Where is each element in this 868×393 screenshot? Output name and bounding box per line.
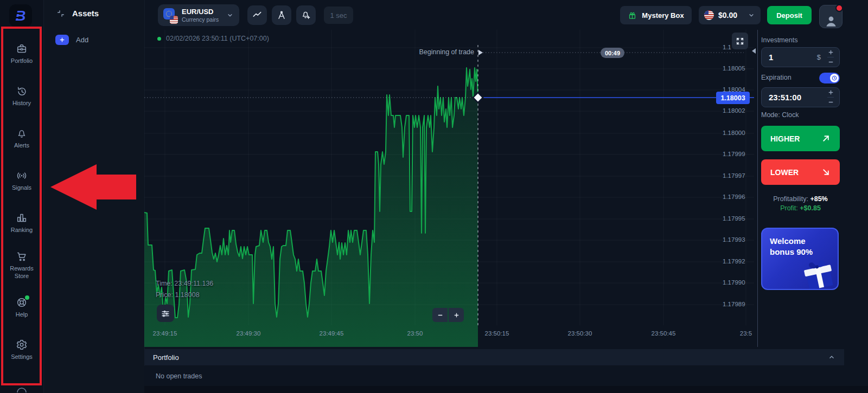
sidebar-item-alerts[interactable]: Alerts: [0, 117, 43, 159]
sidebar-item-label: Alerts: [5, 142, 39, 150]
expiration-increase-button[interactable]: [828, 89, 834, 95]
portfolio-title: Portfolio: [153, 353, 179, 362]
time-axis-label: 23:50:30: [563, 330, 597, 337]
time-axis-label: 23:49:45: [314, 330, 349, 337]
assets-panel-title: Assets: [72, 9, 99, 18]
online-badge: [25, 295, 29, 300]
time-axis-label: 23:50:45: [646, 330, 681, 337]
sidebar-item-label: Ranking: [5, 227, 39, 234]
pair-subtitle: Currency pairs: [182, 16, 219, 23]
sidebar-item-signals[interactable]: Signals: [0, 159, 43, 202]
add-asset-row[interactable]: Add: [55, 35, 144, 45]
add-alert-button[interactable]: [296, 5, 316, 25]
bottom-edge: [144, 386, 868, 393]
sidebar-item-rewards-store[interactable]: Rewards Store: [0, 244, 43, 286]
tooltip-time: Time: 23:49:11.136: [156, 278, 213, 289]
app-logo-letter: B: [16, 8, 26, 24]
sidebar-item-label: Settings: [5, 353, 39, 361]
sidebar-nav: PortfolioHistoryAlertsSignalsRankingRewa…: [0, 33, 43, 371]
price-chart[interactable]: 02/02/2026 23:50:11 (UTC+07:00) Beginnin…: [144, 30, 754, 347]
price-axis-label: 1.17995: [723, 215, 753, 222]
chevron-up-icon[interactable]: [828, 353, 835, 361]
sidebar-item-ranking[interactable]: Ranking: [0, 202, 43, 244]
balance-value: $0.00: [718, 11, 737, 20]
chart-settings-button[interactable]: [157, 305, 174, 322]
bell-icon: [16, 127, 28, 139]
expiration-label: Expiration: [761, 74, 792, 81]
deposit-button[interactable]: Deposit: [767, 6, 812, 24]
portfolio-bar[interactable]: Portfolio: [144, 349, 844, 365]
add-asset-button[interactable]: [55, 35, 69, 45]
welcome-bonus-banner[interactable]: Welcome bonus 90%: [761, 228, 839, 290]
higher-button[interactable]: HIGHER: [761, 126, 840, 151]
price-axis-label: 1.18005: [723, 65, 753, 72]
chart-canvas[interactable]: [144, 30, 754, 347]
us-flag-icon: [170, 16, 178, 24]
chart-type-button[interactable]: [247, 5, 267, 25]
briefcase-icon: [16, 43, 28, 55]
sidebar-partial-icon: [16, 385, 28, 393]
investment-increase-button[interactable]: [828, 49, 834, 55]
price-axis-label: 1.17997: [723, 172, 753, 179]
price-axis-label: 1.17989: [723, 301, 753, 307]
investment-value: 1: [769, 53, 773, 62]
chart-datetime: 02/02/2026 23:50:11 (UTC+07:00): [157, 35, 269, 42]
mystery-box-button[interactable]: Mystery Box: [620, 6, 692, 24]
sidebar-item-label: Signals: [5, 184, 39, 192]
usd-flag-icon: [704, 10, 714, 20]
current-price-tag: 1.18003: [716, 92, 750, 104]
expiration-decrease-button[interactable]: [828, 99, 834, 105]
time-axis-label: 23:50:15: [480, 330, 514, 337]
sidebar-item-history[interactable]: History: [0, 75, 43, 117]
gift-illustration: [797, 255, 837, 289]
time-axis-label: 23:49:15: [148, 330, 182, 337]
panel-collapse-arrow[interactable]: [751, 48, 757, 54]
sidebar-item-label: History: [5, 100, 39, 107]
sidebar: B PortfolioHistoryAlertsSignalsRankingRe…: [0, 0, 44, 393]
timeframe-button[interactable]: 1 sec: [324, 7, 353, 24]
fullscreen-button[interactable]: [732, 33, 748, 49]
person-icon: [824, 14, 839, 28]
currency-pair-select[interactable]: EUR/USD Currency pairs: [158, 4, 239, 26]
price-axis-label: 1.17999: [723, 151, 753, 157]
arrow-down-right-icon: [821, 167, 831, 177]
panel-divider: [757, 30, 758, 347]
lower-button[interactable]: LOWER: [761, 159, 840, 185]
crosshair-tooltip: Time: 23:49:11.136 Price: 1.18008: [156, 278, 213, 300]
plus-icon: [454, 312, 459, 318]
higher-label: HIGHER: [770, 134, 800, 143]
mode-label: Mode: Clock: [761, 111, 799, 119]
sidebar-item-help[interactable]: Help: [0, 286, 43, 328]
line-chart-icon: [252, 10, 263, 21]
toggle-clock-icon: [830, 74, 839, 82]
minus-icon: [437, 312, 443, 318]
sidebar-item-settings[interactable]: Settings: [0, 328, 43, 371]
pair-name: EUR/USD: [182, 8, 219, 16]
collapse-panel-icon[interactable]: [56, 9, 65, 18]
zoom-in-button[interactable]: [449, 308, 464, 322]
app-logo[interactable]: B: [9, 4, 32, 27]
price-axis-label: 1.18000: [723, 130, 753, 136]
account-balance-select[interactable]: $0.00: [699, 6, 761, 24]
sidebar-item-portfolio[interactable]: Portfolio: [0, 33, 43, 75]
price-axis-label: 1.17993: [723, 236, 753, 243]
pair-flags: [163, 8, 176, 22]
time-axis-label: 23:49:30: [231, 330, 266, 337]
expiration-toggle[interactable]: [819, 73, 840, 83]
gear-icon: [16, 339, 28, 351]
trading-app: B PortfolioHistoryAlertsSignalsRankingRe…: [0, 0, 868, 393]
investment-input[interactable]: 1 $: [761, 47, 840, 67]
signals-icon: [16, 170, 28, 182]
add-asset-label: Add: [76, 36, 88, 44]
drawing-tools-button[interactable]: [272, 5, 291, 25]
expiration-input[interactable]: 23:51:00: [761, 87, 840, 107]
live-dot-icon: [157, 37, 161, 41]
profile-avatar[interactable]: [819, 5, 843, 28]
sliders-icon: [161, 308, 170, 318]
expand-icon: [736, 37, 744, 46]
topbar: EUR/USD Currency pairs 1 sec Mystery Box…: [144, 0, 868, 30]
zoom-out-button[interactable]: [432, 308, 448, 322]
investment-decrease-button[interactable]: [828, 59, 834, 65]
ranking-icon: [16, 212, 28, 224]
sidebar-item-label: Portfolio: [5, 57, 39, 65]
